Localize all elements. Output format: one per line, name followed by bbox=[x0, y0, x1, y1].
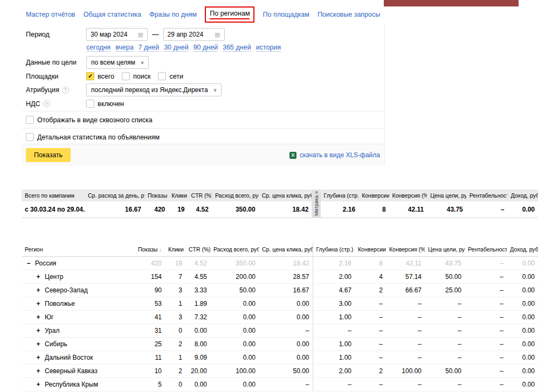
calendar-icon[interactable]: ▦ bbox=[138, 31, 143, 38]
quick-range-3[interactable]: 7 дней bbox=[139, 44, 160, 52]
vat-checkbox[interactable] bbox=[86, 100, 94, 108]
region-value: 420 bbox=[135, 257, 165, 270]
region-value: 50.00 bbox=[259, 365, 313, 378]
platform-checkbox-label: сети bbox=[169, 73, 183, 80]
expand-toggle[interactable]: + bbox=[36, 300, 41, 307]
summary-col-header: Ср. расход за день, руб. bbox=[85, 190, 144, 201]
detailed-stats-row[interactable]: Детальная статистика по объявлениям bbox=[22, 130, 384, 144]
region-value: 4.55 bbox=[185, 270, 210, 284]
region-value: 0.00 bbox=[210, 351, 259, 365]
tab-po-regionam[interactable]: По регионам bbox=[205, 6, 254, 23]
platform-checkbox-всего[interactable]: ✓ bbox=[86, 72, 94, 80]
metrika-strip[interactable]: Метрика » bbox=[312, 190, 320, 218]
date-from-input[interactable]: 30 мар 2024 ▦ bbox=[86, 28, 148, 41]
region-name: Северный Кавказ bbox=[45, 367, 98, 375]
table-row: +Сибирь2528.000.000.001.00––––0.00 bbox=[22, 338, 538, 351]
platform-option-поиск[interactable]: поиск bbox=[122, 72, 150, 80]
region-col-header[interactable]: Глубина (стр.) bbox=[313, 242, 355, 257]
tab-frazy-po-dnyam[interactable]: Фразы по дням bbox=[149, 11, 197, 18]
date-to-input[interactable]: 29 апр 2024 ▦ bbox=[163, 28, 225, 41]
region-value: 31 bbox=[135, 324, 165, 338]
tab-label: По регионам bbox=[210, 10, 250, 19]
region-value: 8 bbox=[355, 257, 386, 270]
quick-range-5[interactable]: 90 дней bbox=[194, 44, 218, 52]
region-value: 50.00 bbox=[425, 270, 465, 284]
platform-checkbox-сети[interactable] bbox=[158, 72, 166, 80]
top-right-button[interactable] bbox=[384, 0, 519, 6]
region-value: – bbox=[386, 311, 425, 324]
expand-toggle[interactable]: + bbox=[36, 273, 41, 281]
expand-toggle[interactable]: + bbox=[36, 327, 41, 334]
region-cell: +Юг bbox=[22, 311, 135, 324]
region-value: – bbox=[465, 338, 507, 351]
region-col-header[interactable]: Рентабельность bbox=[465, 242, 507, 257]
quick-range-6[interactable]: 365 дней bbox=[223, 44, 251, 52]
expand-toggle[interactable]: + bbox=[36, 381, 41, 388]
platform-option-сети[interactable]: сети bbox=[158, 72, 183, 80]
tab-po-ploshchadkam[interactable]: По площадкам bbox=[263, 11, 309, 18]
tab-poiskovye-zaprosy[interactable]: Поисковые запросы bbox=[318, 11, 380, 18]
tab-label: По площадкам bbox=[263, 11, 309, 18]
region-col-header[interactable]: CTR (%) bbox=[185, 242, 210, 257]
region-value: 57.14 bbox=[386, 270, 425, 284]
platform-checkbox-поиск[interactable] bbox=[122, 72, 130, 80]
region-value: 0.00 bbox=[210, 338, 259, 351]
region-value: 3.33 bbox=[185, 284, 210, 297]
region-value: 0.00 bbox=[185, 324, 210, 338]
region-value: 0.00 bbox=[259, 338, 313, 351]
region-cell: +Северо-Запад bbox=[22, 284, 135, 297]
region-value: 0.00 bbox=[507, 270, 538, 284]
region-value: 350.00 bbox=[210, 257, 259, 270]
date-to-value: 29 апр 2024 bbox=[168, 31, 204, 38]
quick-range-7[interactable]: история bbox=[256, 44, 281, 52]
region-col-header[interactable]: Клики bbox=[165, 242, 185, 257]
tab-master-otchetov[interactable]: Мастер отчётов bbox=[26, 11, 75, 18]
download-xls-link[interactable]: X скачать в виде XLS-файла bbox=[289, 151, 380, 159]
region-col-header[interactable]: Цена цели, руб. bbox=[425, 242, 465, 257]
region-cell: +Центр bbox=[22, 270, 135, 284]
collapse-toggle[interactable]: − bbox=[26, 260, 31, 267]
show-button[interactable]: Показать bbox=[26, 148, 71, 162]
region-col-header-label: Доход, руб. bbox=[510, 246, 538, 253]
flat-list-checkbox[interactable] bbox=[26, 116, 34, 124]
expand-toggle[interactable]: + bbox=[36, 313, 41, 321]
expand-toggle[interactable]: + bbox=[36, 354, 41, 361]
quick-range-1[interactable]: сегодня bbox=[86, 44, 111, 52]
attribution-select[interactable]: последний переход из Яндекс.Директа ∨ bbox=[86, 83, 222, 96]
region-value: 100.00 bbox=[386, 365, 425, 378]
tab-obshchaya-statistika[interactable]: Общая статистика bbox=[84, 11, 141, 18]
region-value: 66.67 bbox=[386, 284, 425, 297]
region-col-header[interactable]: Регион bbox=[22, 242, 135, 257]
region-col-header[interactable]: Конверсии bbox=[355, 242, 386, 257]
table-row: +Республика Крым500.000.00––––––0.00 bbox=[22, 378, 538, 391]
region-col-header-label: Глубина (стр.) bbox=[316, 246, 354, 253]
region-value: 0.00 bbox=[507, 351, 538, 365]
quick-range-4[interactable]: 30 дней bbox=[164, 44, 189, 52]
summary-value: 16.67 bbox=[85, 201, 144, 218]
goal-select[interactable]: по всем целям ∨ bbox=[86, 56, 149, 69]
region-col-header[interactable]: Доход, руб. bbox=[507, 242, 538, 257]
region-value: – bbox=[355, 311, 386, 324]
summary-value: 0.00 bbox=[507, 201, 538, 218]
help-icon[interactable]: ? bbox=[43, 100, 50, 107]
region-col-header[interactable]: Конверсия (%) bbox=[386, 242, 425, 257]
flat-list-row[interactable]: Отображать в виде сквозного списка bbox=[22, 113, 384, 127]
expand-toggle[interactable]: + bbox=[36, 367, 41, 375]
expand-toggle[interactable]: + bbox=[36, 340, 41, 348]
platform-option-всего[interactable]: ✓всего bbox=[86, 72, 114, 80]
calendar-icon[interactable]: ▦ bbox=[215, 31, 220, 38]
expand-toggle[interactable]: + bbox=[36, 286, 41, 294]
quick-range-2[interactable]: вчера bbox=[115, 44, 133, 52]
detailed-stats-checkbox[interactable] bbox=[26, 133, 34, 141]
region-cell: +Республика Крым bbox=[22, 378, 135, 391]
region-value: – bbox=[386, 324, 425, 338]
summary-col-header: Глубина (стр.) bbox=[321, 190, 359, 201]
region-col-header[interactable]: Показы↓ bbox=[135, 242, 165, 257]
help-icon[interactable]: ? bbox=[62, 87, 69, 94]
summary-value: 4.52 bbox=[188, 201, 212, 218]
summary-col-header: Расход всего, руб. bbox=[212, 190, 259, 201]
detailed-stats-label: Детальная статистика по объявлениям bbox=[37, 134, 160, 141]
region-col-header[interactable]: Ср. цена клика, руб. bbox=[259, 242, 313, 257]
region-value: 4.67 bbox=[313, 284, 355, 297]
region-col-header[interactable]: Расход всего, руб. bbox=[210, 242, 259, 257]
